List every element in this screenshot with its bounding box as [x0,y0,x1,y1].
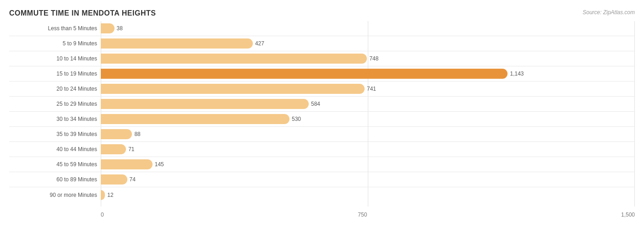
bar-track: 748 [101,54,635,64]
bar-fill: 741 [101,84,365,94]
bar-fill: 71 [101,144,126,154]
bar-label: 25 to 29 Minutes [9,101,101,107]
bar-track: 38 [101,23,635,33]
bar-label: 35 to 39 Minutes [9,131,101,137]
bar-value: 74 [130,176,136,183]
bar-label: 30 to 34 Minutes [9,116,101,122]
bar-row: 45 to 59 Minutes145 [9,157,635,172]
bar-label: 45 to 59 Minutes [9,161,101,168]
bar-row: 5 to 9 Minutes427 [9,36,635,51]
x-axis-label: 1,500 [621,212,635,218]
bar-row: 20 to 24 Minutes741 [9,81,635,97]
bar-fill: 145 [101,159,153,169]
bar-value: 530 [292,116,301,122]
bar-track: 88 [101,129,635,139]
bar-row: 15 to 19 Minutes1,143 [9,66,635,81]
bar-fill: 584 [101,99,309,109]
chart-container: COMMUTE TIME IN MENDOTA HEIGHTS Source: … [0,0,644,239]
bar-label: 5 to 9 Minutes [9,40,101,47]
bar-row: 35 to 39 Minutes88 [9,127,635,142]
bar-fill: 74 [101,174,127,185]
bar-fill: 38 [101,23,115,33]
bar-row: 25 to 29 Minutes584 [9,97,635,112]
bar-fill: 748 [101,54,367,64]
bar-label: 40 to 44 Minutes [9,146,101,152]
bar-track: 427 [101,38,635,49]
bar-label: 15 to 19 Minutes [9,71,101,77]
bar-row: 90 or more Minutes12 [9,187,635,202]
bar-value: 12 [107,192,113,198]
bar-value: 584 [311,101,320,107]
bar-row: 10 to 14 Minutes748 [9,51,635,66]
bar-value: 1,143 [510,71,524,77]
bar-value: 88 [134,131,140,137]
bar-fill: 1,143 [101,69,508,79]
bar-value: 38 [117,25,123,32]
bar-track: 741 [101,84,635,94]
x-axis: 07501,500 [101,212,635,218]
bar-track: 530 [101,114,635,124]
bar-label: 60 to 89 Minutes [9,176,101,183]
x-axis-label: 750 [358,212,367,218]
bar-fill: 12 [101,190,105,200]
bar-value: 145 [155,161,164,168]
bar-value: 427 [255,40,264,47]
bar-track: 71 [101,144,635,154]
bars-area: Less than 5 Minutes385 to 9 Minutes42710… [9,21,635,206]
bar-fill: 427 [101,38,253,49]
bar-value: 748 [369,55,378,62]
bar-track: 12 [101,190,635,200]
bar-value: 741 [367,86,376,92]
bar-value: 71 [128,146,134,152]
bar-label: Less than 5 Minutes [9,25,101,32]
bar-track: 74 [101,174,635,185]
bar-row: 40 to 44 Minutes71 [9,142,635,157]
source-label: Source: ZipAtlas.com [583,9,635,16]
bar-fill: 88 [101,129,132,139]
x-axis-label: 0 [101,212,104,218]
bar-label: 20 to 24 Minutes [9,86,101,92]
chart-area: Less than 5 Minutes385 to 9 Minutes42710… [9,21,635,218]
bar-track: 145 [101,159,635,169]
bar-row: 60 to 89 Minutes74 [9,172,635,187]
bar-track: 1,143 [101,69,635,79]
chart-title: COMMUTE TIME IN MENDOTA HEIGHTS [9,9,635,17]
bar-track: 584 [101,99,635,109]
bar-label: 90 or more Minutes [9,192,101,198]
bar-row: 30 to 34 Minutes530 [9,112,635,127]
bar-fill: 530 [101,114,289,124]
bar-label: 10 to 14 Minutes [9,55,101,62]
bar-row: Less than 5 Minutes38 [9,21,635,36]
